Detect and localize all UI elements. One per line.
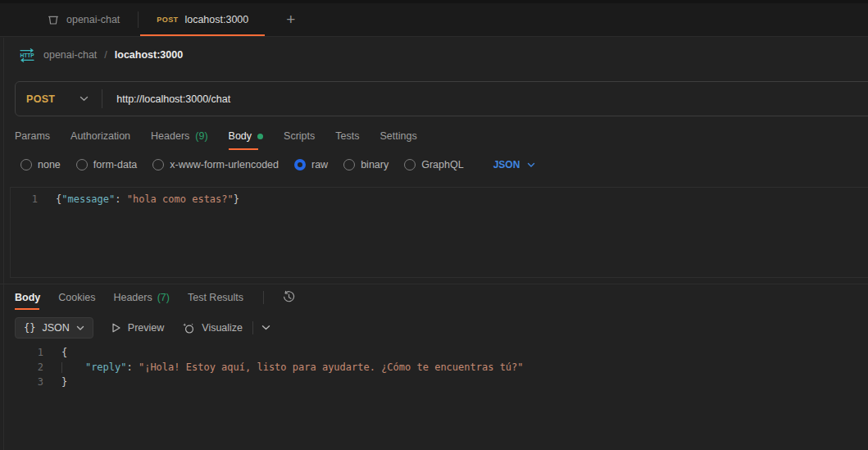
- radio-icon[interactable]: [76, 159, 88, 170]
- tab-label: Body: [229, 130, 252, 142]
- toolbar-divider: [252, 321, 253, 334]
- response-tab-body[interactable]: Body: [15, 284, 40, 310]
- tab-headers[interactable]: Headers(9): [151, 124, 208, 148]
- new-tab-button[interactable]: +: [279, 3, 302, 36]
- request-tabs: Params Authorization Headers(9) Body Scr…: [0, 124, 868, 148]
- breadcrumb: HTTP openai-chat / locahost:3000: [0, 37, 868, 73]
- response-tabs-divider: [263, 291, 264, 304]
- raw-language-label: JSON: [493, 159, 520, 170]
- tab-params[interactable]: Params: [15, 124, 50, 148]
- code-line: 1{: [0, 345, 868, 360]
- radio-icon[interactable]: [152, 159, 164, 170]
- request-body-editor[interactable]: 1{"message": "hola como estas?"}: [10, 187, 868, 278]
- mode-binary[interactable]: binary: [343, 159, 389, 170]
- tab-label: locahost:3000: [184, 14, 248, 25]
- mode-graphql[interactable]: GraphQL: [404, 159, 463, 170]
- magic-wand-icon: [182, 322, 195, 334]
- chevron-down-icon: [76, 325, 84, 331]
- tab-authorization[interactable]: Authorization: [70, 124, 130, 148]
- raw-language-selector[interactable]: JSON: [493, 159, 536, 170]
- response-tabs: Body Cookies Headers(7) Test Results: [0, 284, 868, 310]
- response-history-button[interactable]: [282, 290, 296, 304]
- mode-label: form-data: [93, 159, 138, 170]
- code-line: 2 "reply": "¡Hola! Estoy aquí, listo par…: [0, 360, 868, 375]
- tab-label: Cookies: [58, 292, 95, 303]
- history-clock-icon: [282, 290, 296, 304]
- mode-label: GraphQL: [421, 159, 463, 170]
- headers-count: (9): [195, 130, 207, 142]
- body-mode-row: none form-data x-www-form-urlencoded raw…: [0, 153, 868, 176]
- mode-x-www-form-urlencoded[interactable]: x-www-form-urlencoded: [152, 159, 279, 170]
- collection-icon: [47, 13, 60, 26]
- tab-openai-chat[interactable]: openai-chat: [29, 3, 138, 36]
- response-format-label: JSON: [42, 322, 69, 334]
- code-line: 3}: [0, 375, 868, 389]
- pane-left-border: [3, 38, 4, 450]
- response-tab-headers[interactable]: Headers(7): [113, 284, 170, 310]
- breadcrumb-request-name[interactable]: locahost:3000: [115, 49, 183, 61]
- preview-button[interactable]: Preview: [111, 322, 164, 334]
- tab-label: Test Results: [188, 292, 243, 303]
- request-url-row: POST: [15, 81, 868, 116]
- mode-label: x-www-form-urlencoded: [170, 159, 279, 170]
- visualize-label: Visualize: [202, 322, 243, 334]
- body-modified-dot: [257, 134, 263, 139]
- http-request-icon: HTTP: [18, 48, 36, 62]
- url-input[interactable]: [102, 93, 868, 105]
- chevron-down-icon: [261, 325, 270, 331]
- active-tab-underline: [140, 34, 265, 36]
- response-tab-cookies[interactable]: Cookies: [58, 284, 95, 310]
- response-options-button[interactable]: [261, 325, 270, 331]
- tab-label: Scripts: [284, 130, 315, 142]
- method-selector[interactable]: POST: [16, 93, 102, 105]
- tab-label: Authorization: [70, 130, 130, 142]
- mode-label: binary: [361, 159, 389, 170]
- preview-label: Preview: [128, 322, 164, 334]
- tab-scripts[interactable]: Scripts: [284, 124, 315, 148]
- tab-tests[interactable]: Tests: [335, 124, 359, 148]
- tab-label: Params: [15, 130, 50, 142]
- tab-locahost-3000[interactable]: POST locahost:3000: [139, 3, 266, 36]
- tab-settings[interactable]: Settings: [379, 124, 416, 148]
- code-line: 1{"message": "hola como estas?"}: [11, 192, 868, 207]
- response-body-viewer: 1{2 "reply": "¡Hola! Estoy aquí, listo p…: [0, 345, 868, 389]
- tab-method-badge: POST: [157, 16, 178, 24]
- response-section: Body Cookies Headers(7) Test Results {} …: [0, 284, 868, 389]
- breadcrumb-collection[interactable]: openai-chat: [43, 49, 97, 61]
- mode-form-data[interactable]: form-data: [76, 159, 138, 170]
- mode-label: none: [38, 159, 61, 170]
- tab-label: Headers: [151, 130, 189, 142]
- method-label: POST: [26, 93, 55, 105]
- tab-body[interactable]: Body: [229, 124, 264, 148]
- braces-icon: {}: [24, 322, 35, 334]
- response-tab-test-results[interactable]: Test Results: [188, 284, 243, 310]
- radio-icon[interactable]: [404, 159, 416, 170]
- workspace-tabbar: openai-chat POST locahost:3000 +: [0, 3, 868, 37]
- play-icon: [111, 322, 121, 334]
- tab-label: Settings: [379, 130, 416, 142]
- svg-text:HTTP: HTTP: [20, 52, 34, 58]
- response-headers-count: (7): [157, 292, 170, 303]
- tab-label: Body: [15, 292, 40, 303]
- visualize-button[interactable]: Visualize: [182, 322, 243, 334]
- response-format-selector[interactable]: {} JSON: [15, 317, 93, 339]
- mode-raw[interactable]: raw: [294, 159, 328, 170]
- request-url-bar: POST: [15, 81, 868, 116]
- tab-label: Headers: [113, 292, 152, 303]
- breadcrumb-separator: /: [104, 49, 107, 61]
- radio-selected-icon[interactable]: [294, 159, 306, 170]
- tab-label: openai-chat: [66, 14, 120, 25]
- radio-icon[interactable]: [343, 159, 355, 170]
- chevron-down-icon: [527, 162, 535, 168]
- response-toolbar: {} JSON Preview Visualize: [0, 316, 868, 339]
- radio-icon[interactable]: [20, 159, 32, 170]
- chevron-down-icon: [80, 96, 89, 102]
- tab-label: Tests: [335, 130, 359, 142]
- mode-none[interactable]: none: [20, 159, 61, 170]
- mode-label: raw: [311, 159, 328, 170]
